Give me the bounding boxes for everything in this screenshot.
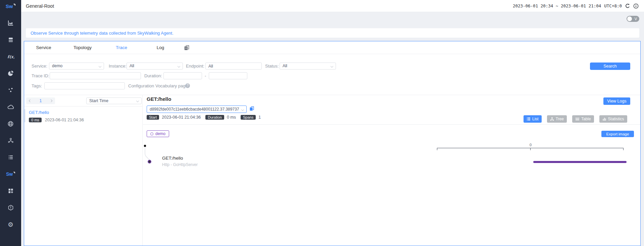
view-table-button[interactable]: Table: [572, 115, 594, 123]
chevron-down-icon: [241, 108, 244, 111]
layers-icon: [8, 37, 14, 43]
sidebar-item-cloud[interactable]: [0, 98, 21, 115]
tab-topology[interactable]: Topology: [63, 45, 102, 50]
duration-to-input[interactable]: [209, 72, 247, 79]
sidebar-nav: f(x) Sw: [0, 14, 21, 233]
trace-duration-badge: 0 ms: [29, 118, 42, 122]
status-select[interactable]: All: [280, 63, 336, 70]
top-header: General-Root 2023-06-01 20:34 ~ 2023-06-…: [21, 0, 644, 12]
tree-view-icon: [550, 117, 554, 121]
tags-label: Tags:: [32, 82, 42, 89]
trace-list-item[interactable]: GET:/hello 0 ms 2023-06-01 21:04:36: [24, 109, 142, 122]
header-right: 2023-06-01 20:34 ~ 2023-06-01 21:04 UTC+…: [513, 3, 639, 9]
copy-trace-id-button[interactable]: [249, 106, 254, 111]
logo-arc-icon: [13, 4, 15, 6]
duration-value: 0 ms: [227, 115, 236, 120]
skywalking-logo-icon: Sw: [6, 3, 13, 9]
trace-title: GET:/hello: [147, 96, 171, 102]
trace-id-select[interactable]: d8982fde007c11eeb6cbacde48001122.37.3897…: [147, 106, 247, 113]
pie-chart-icon: [8, 70, 14, 76]
help-icon[interactable]: ?: [185, 83, 190, 88]
sidebar: Sw f(x): [0, 0, 21, 246]
start-badge: Start: [147, 115, 159, 120]
view-tree-button[interactable]: Tree: [547, 115, 567, 123]
endpoint-input[interactable]: [205, 63, 262, 70]
main-panel: Service Topology Trace Log Service: demo…: [24, 41, 641, 246]
detail-divider: [143, 124, 640, 125]
ruler-tick-zero: [530, 148, 531, 150]
trace-start-time: 2023-06-01 21:04:36: [45, 118, 84, 122]
status-label: Status:: [265, 63, 279, 70]
sort-select[interactable]: Start Time: [86, 97, 142, 104]
sidebar-item-metrics[interactable]: [0, 65, 21, 82]
tab-service[interactable]: Service: [24, 45, 63, 50]
view-table-label: Table: [581, 117, 591, 121]
copy-pages-icon: [184, 45, 189, 50]
tab-log[interactable]: Log: [141, 45, 180, 50]
sidebar-item-dashboards[interactable]: [0, 14, 21, 31]
copy-dashboard-button[interactable]: [184, 45, 189, 50]
sidebar-item-topology[interactable]: [0, 132, 21, 149]
view-tree-label: Tree: [556, 117, 564, 121]
vocabulary-link[interactable]: Configuration Vocabulary page: [128, 82, 188, 89]
sidebar-item-browser[interactable]: [0, 115, 21, 132]
search-button[interactable]: Search: [590, 63, 630, 70]
next-page-icon[interactable]: [50, 99, 52, 102]
status-select-value: All: [283, 64, 287, 68]
start-value: 2023-06-01 21:04:36: [162, 115, 201, 120]
sidebar-logo[interactable]: Sw: [0, 0, 21, 12]
trace-detail-pane: GET:/hello d8982fde007c11eeb6cbacde48001…: [143, 95, 640, 246]
view-statistics-label: Statistics: [608, 117, 624, 121]
chevron-down-icon: [178, 65, 180, 68]
sidebar-item-skywalking[interactable]: Sw: [0, 166, 21, 182]
prev-page-icon[interactable]: [29, 99, 32, 102]
view-logs-button[interactable]: View Logs: [603, 97, 630, 105]
duration-from-input[interactable]: [163, 72, 202, 79]
toggle-label: V: [635, 17, 637, 21]
service-label: Service:: [32, 63, 47, 70]
view-list-label: List: [532, 117, 539, 121]
ruler-tick: [437, 148, 437, 150]
page-number[interactable]: 1: [40, 98, 42, 103]
timezone[interactable]: UTC+8:0: [604, 3, 622, 8]
tab-trace[interactable]: Trace: [102, 45, 141, 50]
view-statistics-button[interactable]: Statistics: [599, 115, 627, 123]
instance-select[interactable]: All: [127, 63, 183, 70]
refresh-button[interactable]: [625, 3, 630, 9]
span-name[interactable]: GET:/hello: [162, 156, 183, 161]
trace-id-value: d8982fde007c11eeb6cbacde48001122.37.3897…: [150, 107, 239, 112]
view-list-button[interactable]: List: [524, 115, 542, 123]
time-range[interactable]: 2023-06-01 20:34 ~ 2023-06-01 21:04: [513, 3, 601, 8]
service-select-value: demo: [52, 64, 62, 68]
table-view-icon: [575, 117, 580, 121]
statistics-view-icon: [602, 117, 606, 121]
trace-id-input[interactable]: [50, 72, 141, 79]
sidebar-item-functions[interactable]: f(x): [0, 48, 21, 65]
sidebar-item-services[interactable]: [0, 31, 21, 48]
notice-bar: Observe Service through telemetry data c…: [26, 28, 639, 38]
svg-text:f(x): f(x): [7, 54, 14, 59]
span-duration-bar[interactable]: [533, 161, 627, 163]
trace-list-pane: 1 Start Time GET:/hello 0 ms 2023-06-01 …: [24, 95, 143, 246]
spans-value: 1: [258, 115, 261, 120]
version-toggle[interactable]: V: [627, 16, 639, 22]
instance-label: Instance:: [109, 63, 127, 70]
page-title: General-Root: [26, 3, 54, 9]
info-button[interactable]: [633, 3, 639, 9]
ruler-tick: [623, 148, 624, 150]
sidebar-item-list[interactable]: [0, 149, 21, 166]
sidebar-item-settings[interactable]: ⚙: [0, 216, 21, 233]
sidebar-item-dashboard-new[interactable]: [0, 182, 21, 199]
span-node-icon: [148, 160, 151, 163]
tags-input[interactable]: [44, 82, 125, 89]
sidebar-item-sampling[interactable]: [0, 82, 21, 98]
instance-select-value: All: [130, 64, 134, 68]
export-image-button[interactable]: Export image: [601, 131, 634, 137]
trace-item-name[interactable]: GET:/hello: [29, 110, 49, 115]
service-select[interactable]: demo: [49, 63, 104, 70]
sort-select-value: Start Time: [89, 98, 108, 103]
refresh-icon: [625, 3, 630, 9]
service-tag[interactable]: demo: [147, 130, 169, 137]
scatter-icon: [8, 87, 14, 93]
sidebar-item-alerts[interactable]: [0, 199, 21, 216]
